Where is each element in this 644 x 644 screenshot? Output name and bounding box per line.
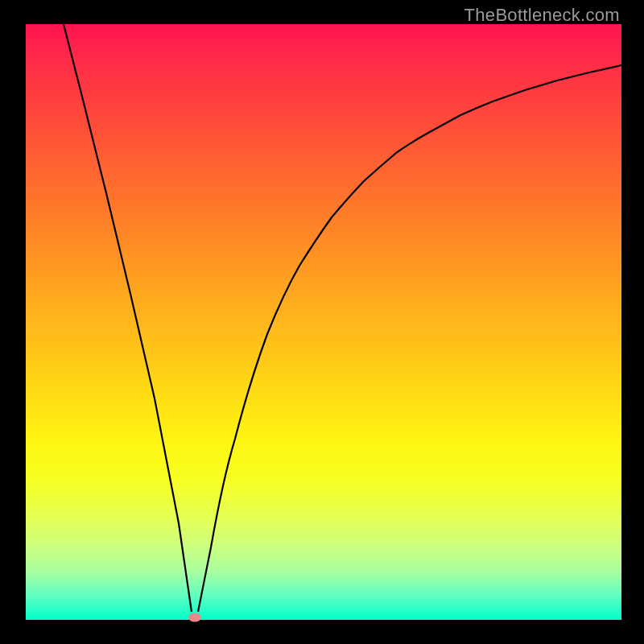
chart-container: TheBottleneck.com <box>0 0 644 644</box>
curve-left-branch <box>64 24 192 612</box>
plot-area <box>26 24 621 620</box>
watermark-text: TheBottleneck.com <box>464 5 620 26</box>
min-marker <box>188 613 201 622</box>
curve-right-branch <box>198 65 621 612</box>
curve-svg <box>26 24 621 620</box>
